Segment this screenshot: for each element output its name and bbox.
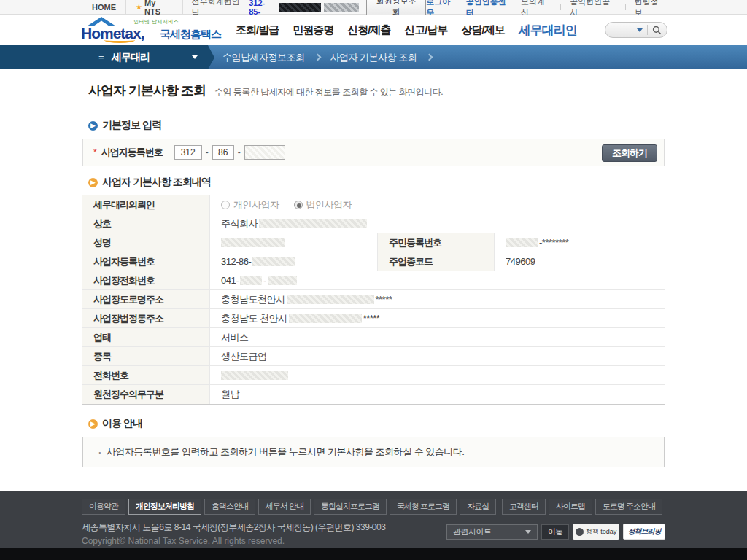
section-bullet-icon: ▶ bbox=[88, 178, 98, 187]
redacted-address bbox=[287, 295, 374, 304]
row-label: 주민등록번호 bbox=[378, 233, 495, 252]
footer-nts-program-button[interactable]: 국세청 프로그램 bbox=[390, 499, 457, 515]
redacted-phone-part bbox=[240, 276, 262, 285]
usage-guide-box: · 사업자등록번호를 입력하고 조회하기 버튼을 누르시면 기본사항을 조회하실… bbox=[82, 437, 665, 467]
user-business-number: 312-85- bbox=[249, 0, 276, 16]
chevron-down-icon bbox=[192, 55, 198, 59]
home-tab[interactable]: HOME bbox=[82, 0, 125, 14]
business-number-label: 사업자등록번호 bbox=[101, 146, 163, 159]
row-label: 성명 bbox=[82, 233, 210, 252]
bullet: · bbox=[98, 447, 101, 458]
row-label: 사업장도로명주소 bbox=[82, 290, 210, 308]
basic-input-heading: 기본정보 입력 bbox=[102, 119, 161, 132]
table-row: 전화번호 bbox=[82, 366, 665, 385]
table-row: 사업장전화번호 041- - bbox=[82, 271, 665, 290]
road-address-prefix: 충청남도천안시 bbox=[221, 293, 285, 306]
redacted-name bbox=[221, 238, 285, 247]
bizno-input-3[interactable] bbox=[244, 145, 285, 160]
policy-today-banner[interactable]: 정책 today bbox=[573, 524, 619, 540]
breadcrumb-bar: ≡ 세무대리 수임납세자정보조회 사업자 기본사항 조회 bbox=[0, 45, 747, 69]
row-label: 주업종코드 bbox=[378, 252, 495, 271]
bizphone-prefix: 041- bbox=[221, 275, 239, 286]
footer-tax-office-button[interactable]: 세무서 안내 bbox=[258, 499, 311, 515]
dash: - bbox=[206, 147, 209, 158]
logo-swoosh bbox=[104, 37, 135, 43]
breadcrumb-item-2[interactable]: 사업자 기본사항 조회 bbox=[330, 51, 417, 64]
guide-heading: 이용 안내 bbox=[102, 417, 142, 430]
bizno-input-1[interactable] bbox=[174, 145, 202, 160]
bizno-prefix: 312-86- bbox=[221, 256, 251, 267]
row-label: 전화번호 bbox=[82, 366, 210, 384]
guide-note: 사업자등록번호를 입력하고 조회하기 버튼을 누르시면 기본사항을 조회하실 수… bbox=[107, 446, 465, 459]
search-button[interactable]: 조회하기 bbox=[602, 144, 657, 162]
divider bbox=[625, 4, 626, 10]
radio-individual-label: 개인사업자 bbox=[233, 198, 279, 211]
withholding-value: 월납 bbox=[221, 388, 239, 401]
row-label: 사업장법정동주소 bbox=[82, 309, 210, 327]
footer-hometax-guide-button[interactable]: 홈택스안내 bbox=[204, 499, 255, 515]
section-bullet-icon: ▶ bbox=[88, 419, 98, 429]
road-address-masked: ***** bbox=[376, 294, 392, 305]
nav-inquiry-issue[interactable]: 조회/발급 bbox=[236, 23, 279, 37]
radio-individual[interactable]: 개인사업자 bbox=[221, 198, 279, 211]
legal-address-masked: ***** bbox=[363, 313, 380, 324]
menu-dropdown[interactable]: ≡ 세무대리 bbox=[0, 45, 208, 69]
redacted-user-extra bbox=[324, 3, 359, 12]
table-row: 상호 주식회사 bbox=[82, 214, 665, 233]
policy-briefing-banner[interactable]: 정책브리핑 bbox=[623, 524, 665, 540]
radio-corporate-label: 법인사업자 bbox=[306, 198, 352, 211]
redacted-company-name bbox=[259, 219, 367, 228]
nav-report-pay[interactable]: 신고/납부 bbox=[404, 23, 447, 37]
row-label: 상호 bbox=[82, 214, 210, 233]
policy-today-logo-icon bbox=[576, 528, 584, 536]
footer-install-program-button[interactable]: 통합설치프로그램 bbox=[314, 499, 387, 515]
breadcrumb-item-1[interactable]: 수임납세자정보조회 bbox=[222, 51, 305, 64]
footer-archive-button[interactable]: 자료실 bbox=[460, 499, 496, 515]
footer-customer-center-button[interactable]: 고객센터 bbox=[502, 499, 546, 515]
industry-code-value: 749609 bbox=[506, 256, 535, 267]
window-bottom-strip bbox=[0, 548, 747, 560]
hamburger-icon: ≡ bbox=[98, 51, 104, 62]
divider bbox=[647, 25, 648, 35]
utility-bar: HOME ★ My NTS 선우회계법인님 312-85- 회원정보조회 로그아… bbox=[0, 0, 747, 15]
nav-civil-cert[interactable]: 민원증명 bbox=[293, 23, 333, 37]
table-row: 원천징수의무구분 월납 bbox=[82, 385, 665, 404]
dash: - bbox=[238, 147, 241, 158]
redacted-phone bbox=[221, 371, 288, 380]
bizno-input-2[interactable] bbox=[212, 145, 234, 160]
footer-terms-button[interactable]: 이용약관 bbox=[82, 499, 125, 515]
row-label: 종목 bbox=[82, 347, 210, 365]
footer-road-address-button[interactable]: 도로명 주소안내 bbox=[595, 499, 662, 515]
table-row: 세무대리의뢰인 개인사업자 법인사업자 bbox=[82, 195, 665, 214]
go-button[interactable]: 이동 bbox=[541, 524, 569, 540]
mynts-tab[interactable]: ★ My NTS bbox=[125, 0, 183, 14]
chevron-down-icon bbox=[525, 530, 531, 534]
nav-apply-submit[interactable]: 신청/제출 bbox=[347, 23, 390, 37]
related-sites-select[interactable]: 관련사이트 bbox=[446, 524, 538, 540]
related-sites-label: 관련사이트 bbox=[453, 526, 492, 537]
redacted-user-number bbox=[279, 3, 321, 12]
divider bbox=[560, 4, 561, 10]
main-nav: 조회/발급 민원증명 신청/제출 신고/납부 상담/제보 세무대리인 bbox=[236, 22, 577, 39]
breadcrumb: 수임납세자정보조회 사업자 기본사항 조회 bbox=[208, 45, 747, 69]
site-header: 인터넷 납세서비스 Hometax, 국세청홈택스 조회/발급 민원증명 신청/… bbox=[0, 15, 747, 45]
hometax-logo[interactable]: 인터넷 납세서비스 Hometax, 국세청홈택스 bbox=[80, 15, 231, 44]
required-mark: * bbox=[93, 147, 97, 158]
business-number-form: * 사업자등록번호 - - 조회하기 bbox=[82, 139, 665, 166]
nav-consult-report[interactable]: 상담/제보 bbox=[462, 23, 505, 37]
result-table: 세무대리의뢰인 개인사업자 법인사업자 상호 주식회사 bbox=[82, 195, 665, 405]
table-row: 업태 서비스 bbox=[82, 328, 665, 347]
home-label: HOME bbox=[92, 3, 116, 12]
nav-tax-agent[interactable]: 세무대리인 bbox=[519, 22, 577, 39]
table-row: 종목 생산도급업 bbox=[82, 347, 665, 366]
row-label: 원천징수의무구분 bbox=[82, 385, 210, 404]
divider bbox=[90, 45, 90, 69]
footer-privacy-button[interactable]: 개인정보처리방침 bbox=[128, 499, 201, 515]
table-row: 사업장법정동주소 충청남도 천안시 ***** bbox=[82, 309, 665, 328]
chevron-right-icon bbox=[426, 54, 433, 61]
bizphone-dash: - bbox=[263, 275, 266, 286]
footer-sitemap-button[interactable]: 사이트맵 bbox=[549, 499, 592, 515]
radio-corporate[interactable]: 법인사업자 bbox=[294, 198, 352, 211]
business-item-value: 생산도급업 bbox=[221, 350, 267, 363]
header-search[interactable] bbox=[605, 22, 667, 38]
